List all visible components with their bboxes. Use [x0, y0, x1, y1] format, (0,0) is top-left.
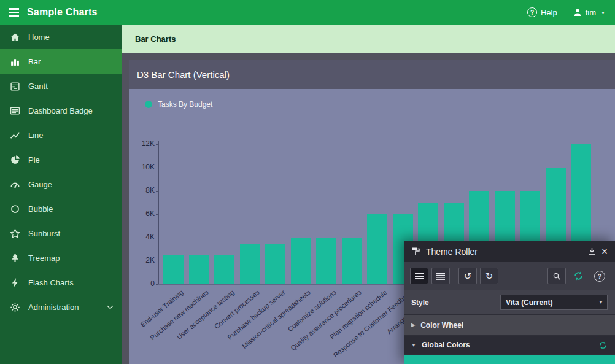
sidebar-item-flash-charts[interactable]: Flash Charts — [0, 270, 122, 295]
y-tick-mark — [156, 168, 158, 168]
sidebar-item-label: Administration — [28, 303, 79, 312]
list-detailed-button[interactable] — [431, 268, 450, 284]
sidebar-item-label: Pie — [28, 155, 40, 165]
sidebar-item-pie[interactable]: Pie — [0, 147, 122, 172]
bar[interactable] — [214, 255, 234, 285]
y-axis-label: 8K — [129, 186, 155, 195]
topbar: Sample Charts ? Help tim ▼ — [0, 0, 615, 25]
caret-down-icon: ▼ — [601, 10, 605, 15]
refresh-icon[interactable] — [598, 341, 608, 350]
y-axis-label: 6K — [129, 209, 155, 218]
theme-roller-title: Theme Roller — [426, 247, 478, 257]
y-axis-label: 2K — [129, 256, 155, 265]
sidebar-item-label: Bar — [28, 57, 41, 66]
app-title: Sample Charts — [27, 7, 98, 18]
sidebar-item-label: Flash Charts — [28, 278, 74, 287]
sidebar-item-sunburst[interactable]: Sunburst — [0, 221, 122, 246]
sidebar-item-bar[interactable]: Bar — [0, 49, 122, 74]
legend-label: Tasks By Budget — [158, 100, 212, 109]
sidebar-item-administration[interactable]: Administration — [0, 295, 122, 319]
bar[interactable] — [342, 238, 362, 284]
help-icon: ? — [527, 7, 537, 17]
bar[interactable] — [265, 244, 285, 285]
bar[interactable] — [240, 244, 260, 285]
user-menu[interactable]: tim ▼ — [573, 8, 605, 17]
section-color-wheel[interactable]: ▶ Color Wheel — [404, 315, 615, 336]
search-button[interactable] — [547, 268, 566, 284]
section-expanded-caret-icon: ▼ — [411, 343, 416, 348]
y-tick-mark — [156, 284, 158, 285]
global-color-swatch[interactable] — [404, 355, 615, 364]
flash-charts-icon — [10, 277, 20, 288]
section-global-colors[interactable]: ▼ Global Colors — [404, 336, 615, 355]
sidebar-item-line[interactable]: Line — [0, 123, 122, 147]
sidebar-item-treemap[interactable]: Treemap — [0, 246, 122, 270]
sidebar-item-dashboard-badge[interactable]: Dashboard Badge — [0, 98, 122, 123]
download-icon[interactable] — [588, 247, 596, 255]
theme-roller-panel: Theme Roller × ↺ ↻ ? Style Vit — [404, 241, 615, 364]
style-label: Style — [411, 298, 429, 307]
x-axis-label: Convert processes — [213, 288, 261, 330]
sidebar-item-label: Bubble — [28, 204, 53, 214]
sidebar: Home Bar Gantt Dashboard Badge Line Pie … — [0, 25, 122, 364]
style-dropdown[interactable]: Vita (Current) ▼ — [500, 295, 608, 310]
undo-button[interactable]: ↺ — [458, 268, 477, 284]
style-row: Style Vita (Current) ▼ — [404, 290, 615, 315]
user-icon — [573, 8, 582, 17]
question-icon: ? — [594, 271, 605, 282]
bar-chart-icon — [10, 56, 20, 67]
sync-button[interactable] — [569, 268, 587, 284]
page-title: Bar Charts — [135, 34, 176, 44]
sidebar-item-label: Gauge — [28, 180, 52, 189]
paint-roller-icon — [411, 247, 420, 256]
help-label: Help — [541, 8, 557, 17]
bar[interactable] — [291, 238, 311, 284]
user-name: tim — [586, 8, 596, 17]
close-icon[interactable]: × — [601, 246, 608, 257]
list-compact-button[interactable] — [410, 268, 428, 284]
sidebar-item-home[interactable]: Home — [0, 25, 122, 49]
y-tick-mark — [156, 261, 158, 261]
sidebar-item-gantt[interactable]: Gantt — [0, 74, 122, 98]
sidebar-item-gauge[interactable]: Gauge — [0, 172, 122, 196]
x-axis-label: End-user Training — [139, 288, 184, 328]
redo-button[interactable]: ↻ — [480, 268, 498, 284]
theme-roller-toolbar: ↺ ↻ ? — [404, 262, 615, 290]
sidebar-item-label: Sunburst — [28, 229, 60, 238]
administration-icon — [10, 302, 20, 312]
style-dropdown-value: Vita (Current) — [506, 298, 552, 307]
treemap-icon — [10, 253, 20, 263]
gauge-icon — [10, 179, 20, 190]
bar[interactable] — [189, 255, 209, 285]
sidebar-item-bubble[interactable]: Bubble — [0, 196, 122, 221]
search-icon — [552, 272, 561, 281]
y-axis-line — [158, 141, 159, 284]
dropdown-caret-icon: ▼ — [598, 300, 603, 305]
bubble-icon — [10, 204, 20, 214]
theme-help-button[interactable]: ? — [590, 268, 609, 284]
bar[interactable] — [163, 255, 184, 285]
hamburger-menu-icon[interactable] — [0, 0, 27, 25]
pie-chart-icon — [10, 155, 20, 165]
y-axis-label: 0 — [129, 279, 155, 288]
sidebar-item-label: Line — [28, 131, 44, 140]
y-tick-mark — [156, 191, 158, 192]
sidebar-item-label: Gantt — [28, 82, 48, 91]
theme-roller-header[interactable]: Theme Roller × — [404, 241, 615, 262]
bar[interactable] — [316, 238, 336, 284]
sunburst-icon — [10, 228, 20, 239]
chart-legend[interactable]: Tasks By Budget — [145, 100, 212, 109]
sidebar-item-label: Dashboard Badge — [28, 106, 93, 115]
chevron-down-icon — [107, 305, 114, 309]
gantt-icon — [10, 81, 20, 91]
y-tick-mark — [156, 214, 158, 215]
sidebar-item-label: Home — [28, 33, 50, 42]
line-chart-icon — [10, 130, 20, 141]
section-collapsed-caret-icon: ▶ — [411, 322, 415, 328]
legend-marker — [145, 101, 152, 108]
help-button[interactable]: ? Help — [527, 7, 557, 17]
dashboard-badge-icon — [10, 106, 20, 116]
home-icon — [10, 32, 20, 42]
y-tick-mark — [156, 144, 158, 145]
bar[interactable] — [367, 214, 387, 284]
